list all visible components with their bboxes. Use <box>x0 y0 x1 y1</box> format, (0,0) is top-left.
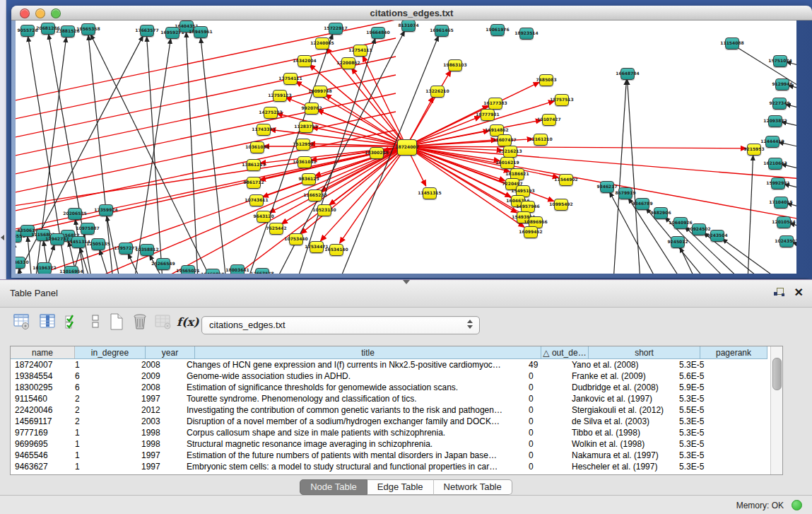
table-cell[interactable]: Hescheler et al. (1997) <box>567 461 675 472</box>
graph-node[interactable]: 11607437 <box>498 134 512 146</box>
table-cell[interactable]: Tourette syndrome. Phenomenology and cla… <box>182 393 524 404</box>
table-row[interactable]: 1456911722003Disruption of a novel membe… <box>11 416 770 427</box>
graph-node[interactable]: 10924502 <box>692 223 706 235</box>
graph-node[interactable]: 9346217 <box>600 181 614 193</box>
column-header-in_degree[interactable]: in_degree <box>75 346 146 359</box>
graph-node[interactable]: 9920762 <box>305 103 319 115</box>
table-cell[interactable]: 5.3E-5 <box>675 427 738 438</box>
table-cell[interactable]: 0 <box>524 450 567 461</box>
table-cell[interactable]: 9699695 <box>11 438 71 450</box>
table-cell[interactable]: 22420046 <box>11 404 71 416</box>
graph-node[interactable]: 14342004 <box>298 55 312 67</box>
graph-node[interactable]: 16177383 <box>488 98 502 110</box>
table-cell[interactable]: 6 <box>71 382 137 393</box>
graph-node[interactable]: 9243504 <box>710 230 724 242</box>
table-cell[interactable]: 9115460 <box>11 393 71 404</box>
float-window-icon[interactable] <box>774 287 785 298</box>
graph-node[interactable]: 10361031 <box>298 156 312 168</box>
table-cell[interactable]: 19384554 <box>11 370 71 382</box>
table-select-dropdown[interactable]: citations_edges.txt <box>201 316 480 334</box>
table-cell[interactable]: Stergiakouli et al. (2012) <box>567 404 675 416</box>
graph-node[interactable]: 10358812 <box>140 244 154 256</box>
table-row[interactable]: 946554611997Estimation of the future num… <box>11 450 770 461</box>
table-cell[interactable]: 1997 <box>137 450 182 461</box>
graph-node[interactable]: 18003641 <box>230 264 245 274</box>
column-header-short[interactable]: short <box>589 346 700 359</box>
table-cell[interactable]: 5.5E-5 <box>675 404 738 416</box>
network-graph[interactable]: 1872400790557262068128623881526195653581… <box>16 21 796 274</box>
network-canvas[interactable]: 1872400790557262068128623881526195653581… <box>16 21 796 274</box>
graph-node[interactable]: 20206535 <box>68 208 82 220</box>
vertical-scrollbar[interactable] <box>770 346 782 474</box>
table-cell[interactable]: 0 <box>524 404 567 416</box>
table-cell[interactable]: Investigating the contribution of common… <box>182 404 524 416</box>
table-cell[interactable]: 0 <box>524 461 567 472</box>
table-cell[interactable]: Franke et al. (2009) <box>567 370 675 382</box>
graph-node[interactable]: 8679919 <box>618 187 632 199</box>
new-document-icon[interactable] <box>107 313 129 335</box>
graph-node[interactable]: 9129946 <box>775 78 789 90</box>
table-cell[interactable]: 2003 <box>137 416 182 427</box>
tab-edge-table[interactable]: Edge Table <box>367 479 434 495</box>
graph-node[interactable]: 19565358 <box>81 23 95 35</box>
graph-node[interactable]: 18757513 <box>555 94 569 106</box>
table-row[interactable]: 1872400712008Changes of HCN gene express… <box>11 359 770 370</box>
graph-node[interactable]: 17359924 <box>99 204 113 216</box>
graph-node[interactable]: 18945961 <box>194 26 208 38</box>
select-columns-icon[interactable] <box>64 313 85 335</box>
table-cell[interactable]: 5.3E-5 <box>675 393 738 404</box>
graph-node[interactable]: 9245012 <box>671 236 685 248</box>
table-cell[interactable]: Dudbridge et al. (2008) <box>567 382 675 393</box>
graph-node[interactable]: 9227349 <box>772 98 787 110</box>
table-cell[interactable]: Nakamura et al. (1997) <box>567 450 675 461</box>
column-header-year[interactable]: year <box>146 346 195 359</box>
graph-node[interactable]: 7512952 <box>296 139 310 151</box>
table-cell[interactable]: 0 <box>524 427 567 438</box>
graph-node[interactable]: 11544902 <box>559 174 573 186</box>
table-cell[interactable]: Jankovic et al. (1997) <box>567 393 675 404</box>
table-cell[interactable]: 9777169 <box>11 427 71 438</box>
table-cell[interactable]: 1997 <box>137 461 182 472</box>
table-cell[interactable]: 0 <box>524 416 567 427</box>
table-cell[interactable]: 1998 <box>137 427 182 438</box>
graph-node[interactable]: 16210643 <box>768 158 782 170</box>
show-columns-icon[interactable] <box>39 313 60 335</box>
graph-node[interactable]: 12240065 <box>315 37 329 49</box>
graph-node[interactable]: 12505135 <box>91 238 105 250</box>
graph-node[interactable]: 9643120 <box>257 211 271 223</box>
table-cell[interactable]: de Silva et al. (2003) <box>567 416 675 427</box>
graph-node[interactable]: 16016219 <box>500 157 514 169</box>
table-cell[interactable]: 2008 <box>137 359 182 370</box>
graph-node[interactable]: 11451314 <box>71 236 86 248</box>
table-cell[interactable]: 5.6E-5 <box>675 370 738 382</box>
graph-node[interactable]: 19565021 <box>181 265 195 274</box>
table-cell[interactable]: Corpus callosum shape and size in male p… <box>182 427 524 438</box>
graph-node[interactable]: 7625442 <box>269 223 283 235</box>
graph-node[interactable]: 10995492 <box>554 199 568 211</box>
graph-node[interactable]: 15751074 <box>773 55 787 67</box>
graph-node[interactable]: 9861712 <box>247 177 261 189</box>
table-cell[interactable]: 5.3E-5 <box>675 438 738 450</box>
table-cell[interactable]: 5.3E-5 <box>675 359 738 370</box>
column-header-title[interactable]: title <box>195 346 541 359</box>
graph-node[interactable]: 10469859 <box>206 269 220 274</box>
graph-node[interactable]: 18724007 <box>397 139 417 156</box>
graph-node[interactable]: 20681286 <box>41 23 55 35</box>
table-cell[interactable]: 49 <box>524 359 567 370</box>
graph-node[interactable]: 18777931 <box>481 109 495 121</box>
table-row[interactable]: 946362711997Embryonic stem cells: a mode… <box>11 461 770 472</box>
table-cell[interactable]: 9463627 <box>11 461 71 472</box>
column-header-out_de[interactable]: △ out_de… <box>541 346 589 359</box>
graph-node[interactable]: 14957946 <box>521 201 535 213</box>
table-cell[interactable]: 2 <box>71 416 137 427</box>
graph-node[interactable]: 12942737 <box>50 233 64 245</box>
table-row[interactable]: 969969511998Structural magnetic resonanc… <box>11 438 770 450</box>
graph-node[interactable]: 15992971 <box>771 177 785 189</box>
graph-node[interactable]: 12010544 <box>777 216 791 228</box>
graph-node[interactable]: 7485083 <box>539 74 553 86</box>
table-cell[interactable]: 2 <box>71 404 137 416</box>
graph-node[interactable]: 16099452 <box>524 226 538 238</box>
graph-node[interactable]: 8131074 <box>401 21 416 32</box>
table-cell[interactable]: 2008 <box>137 382 182 393</box>
graph-node[interactable]: 11665233 <box>308 189 322 201</box>
